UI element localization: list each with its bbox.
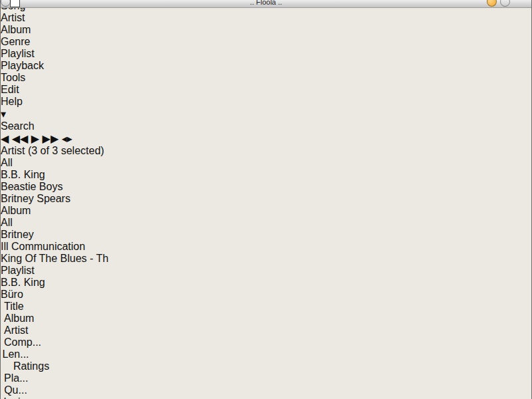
menu-edit[interactable]: Edit bbox=[1, 84, 531, 96]
playlist-pane-header: Playlist bbox=[1, 265, 531, 277]
artist-item[interactable]: Beastie Boys bbox=[1, 181, 531, 193]
menu-playlist[interactable]: Playlist bbox=[1, 48, 531, 60]
play-icon[interactable]: ▶ bbox=[31, 133, 39, 144]
window-title: .. Floola .. bbox=[1, 0, 531, 6]
menu-genre[interactable]: Genre bbox=[1, 36, 531, 48]
playlist-list: B.B. KingBüro bbox=[1, 277, 531, 301]
menu-help[interactable]: Help bbox=[1, 96, 531, 108]
album-item[interactable]: Britney bbox=[1, 229, 531, 241]
artist-list: AllB.B. KingBeastie BoysBritney Spears bbox=[1, 157, 531, 205]
search-input[interactable]: ▾ bbox=[1, 108, 531, 120]
menu-artist[interactable]: Artist bbox=[1, 12, 531, 24]
column-header-len[interactable]: Len... bbox=[1, 348, 31, 360]
column-header-comp[interactable]: Comp... bbox=[1, 336, 41, 348]
album-item[interactable]: All bbox=[1, 217, 531, 229]
menubar: SongArtistAlbumGenrePlaylistPlaybackTool… bbox=[1, 0, 531, 108]
toolbar: ▾ Search ◀ ◀◀ ▶ ▶▶ ◂▸ bbox=[1, 108, 531, 145]
column-header-album[interactable]: Album bbox=[1, 313, 41, 325]
column-header-pla[interactable]: Pla... bbox=[1, 372, 27, 384]
playback-controls: ◀ ◀◀ ▶ ▶▶ ◂▸ bbox=[1, 132, 531, 145]
album-item[interactable]: King Of The Blues - Th bbox=[1, 253, 531, 265]
menu-playback[interactable]: Playback bbox=[1, 60, 531, 72]
artist-pane: Artist (3 of 3 selected) AllB.B. KingBea… bbox=[1, 145, 531, 205]
column-header-title[interactable]: Title bbox=[1, 301, 40, 313]
volume-icon[interactable]: ◂▸ bbox=[62, 133, 72, 144]
artist-pane-header: Artist (3 of 3 selected) bbox=[1, 145, 531, 157]
playlist-pane: Playlist B.B. KingBüro bbox=[1, 265, 531, 301]
fast-forward-icon[interactable]: ▶▶ bbox=[43, 133, 59, 144]
menu-album[interactable]: Album bbox=[1, 24, 531, 36]
album-item[interactable]: Ill Communication bbox=[1, 241, 531, 253]
column-header-artist[interactable]: Artist bbox=[1, 325, 39, 336]
artist-item[interactable]: B.B. King bbox=[1, 169, 531, 181]
window-titlebar: .. Floola .. bbox=[1, 0, 531, 8]
menu-tools[interactable]: Tools bbox=[1, 72, 531, 84]
playlist-item[interactable]: Büro bbox=[1, 289, 531, 301]
playlist-item[interactable]: B.B. King bbox=[1, 277, 531, 289]
table-header-row: TitleAlbumArtistComp...Len...RatingsPla.… bbox=[1, 301, 531, 399]
search-label: Search bbox=[1, 120, 531, 132]
column-header-qu[interactable]: Qu... bbox=[1, 384, 31, 396]
column-header-lyrics[interactable]: Lyrics bbox=[1, 396, 34, 399]
artist-item[interactable]: All bbox=[1, 157, 531, 169]
artist-item[interactable]: Britney Spears bbox=[1, 193, 531, 205]
album-pane-header: Album bbox=[1, 205, 531, 217]
previous-track-icon[interactable]: ◀ bbox=[1, 133, 9, 144]
search-scope-chevron-icon[interactable]: ▾ bbox=[1, 108, 6, 120]
album-list: AllBritneyIll CommunicationKing Of The B… bbox=[1, 217, 531, 265]
rewind-icon[interactable]: ◀◀ bbox=[12, 133, 29, 144]
song-table: TitleAlbumArtistComp...Len...RatingsPla.… bbox=[1, 301, 531, 399]
column-header-rating[interactable]: Ratings bbox=[1, 360, 62, 372]
album-pane: Album AllBritneyIll CommunicationKing Of… bbox=[1, 205, 531, 265]
